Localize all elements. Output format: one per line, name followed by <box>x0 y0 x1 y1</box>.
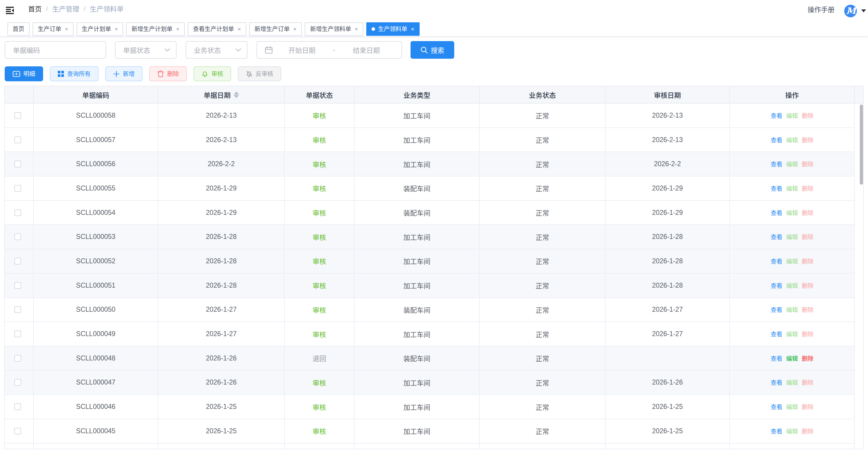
cell-doc-code: SCLL000047 <box>34 371 158 395</box>
biz-status-text: 正常 <box>536 305 549 315</box>
view-link[interactable]: 查看 <box>771 305 782 314</box>
biz-type-text: 加工车间 <box>403 135 431 145</box>
tab-close-icon[interactable]: × <box>293 26 297 32</box>
row-checkbox[interactable] <box>14 428 21 434</box>
tab-page-2[interactable]: 生产计划单× <box>76 22 123 36</box>
view-link[interactable]: 查看 <box>771 402 782 411</box>
date-start-placeholder: 开始日期 <box>273 45 331 55</box>
tab-page-5[interactable]: 新增生产订单× <box>249 22 302 36</box>
biz-status-text: 正常 <box>536 426 549 436</box>
user-menu-caret-icon[interactable] <box>861 9 866 12</box>
tab-page-4[interactable]: 查看生产计划单× <box>188 22 246 36</box>
audit-date-text: 2026-1-28 <box>652 257 683 265</box>
doc-status-select[interactable]: 单据状态 <box>115 41 177 59</box>
view-link[interactable]: 查看 <box>771 111 782 120</box>
view-link[interactable]: 查看 <box>771 136 782 144</box>
view-link[interactable]: 查看 <box>771 232 782 241</box>
row-checkbox[interactable] <box>14 233 21 240</box>
tab-close-icon[interactable]: × <box>176 26 180 32</box>
row-select-cell <box>5 176 34 201</box>
edit-link: 编辑 <box>786 232 798 241</box>
tab-page-1[interactable]: 生产订单× <box>33 22 73 36</box>
query-all-button[interactable]: 查询所有 <box>50 66 98 81</box>
biz-type-text: 加工车间 <box>403 159 431 169</box>
cell-doc-code: SCLL000058 <box>34 104 158 128</box>
table-scrollbar-thumb[interactable] <box>860 105 863 184</box>
cell-biz-type: 加工车间 <box>354 128 480 152</box>
view-link[interactable]: 查看 <box>771 281 782 290</box>
row-select-cell <box>5 249 34 274</box>
column-header-date[interactable]: 单据日期 <box>158 86 285 103</box>
doc-code-text: SCLL000051 <box>76 282 115 289</box>
date-range-picker[interactable]: 开始日期 - 结束日期 <box>256 41 402 59</box>
view-link[interactable]: 查看 <box>771 354 782 363</box>
row-checkbox[interactable] <box>14 161 21 167</box>
view-link[interactable]: 查看 <box>771 160 782 168</box>
tab-page-3[interactable]: 新增生产计划单× <box>126 22 185 36</box>
edit-link[interactable]: 编辑 <box>786 354 798 363</box>
tab-close-icon[interactable]: × <box>354 26 358 32</box>
avatar[interactable]: M <box>844 5 857 17</box>
biz-type-text: 加工车间 <box>403 377 431 388</box>
biz-type-text: 装配车间 <box>403 183 431 193</box>
row-checkbox[interactable] <box>14 379 21 386</box>
tab-close-icon[interactable]: × <box>411 26 414 32</box>
view-link[interactable]: 查看 <box>771 427 782 435</box>
view-link[interactable]: 查看 <box>771 184 782 193</box>
tab-page-6[interactable]: 新增生产领料单× <box>305 22 363 36</box>
tab-page-7[interactable]: 生产领料单× <box>366 22 420 36</box>
biz-status-select[interactable]: 业务状态 <box>186 41 248 59</box>
cell-doc-date: 2026-1-25 <box>158 395 285 419</box>
row-checkbox[interactable] <box>14 355 21 362</box>
audit-button[interactable]: 审核 <box>193 66 231 81</box>
row-checkbox[interactable] <box>14 403 21 410</box>
status-badge: 审核 <box>313 280 326 290</box>
delete-button[interactable]: 删除 <box>149 66 187 81</box>
row-checkbox[interactable] <box>14 137 21 143</box>
row-checkbox[interactable] <box>14 258 21 264</box>
view-link[interactable]: 查看 <box>771 257 782 265</box>
search-button[interactable]: 搜索 <box>410 41 454 59</box>
row-checkbox[interactable] <box>14 331 21 337</box>
cell-biz-type: 装配车间 <box>354 346 480 371</box>
sidebar-toggle-icon[interactable] <box>6 7 14 14</box>
breadcrumb-home[interactable]: 首页 <box>28 6 42 12</box>
cell-biz-status: 正常 <box>480 152 606 176</box>
tab-label: 新增生产计划单 <box>131 26 173 32</box>
row-checkbox[interactable] <box>14 209 21 216</box>
delete-link: 删除 <box>802 136 813 144</box>
tab-close-icon[interactable]: × <box>115 26 118 32</box>
edit-link: 编辑 <box>786 257 798 265</box>
add-button[interactable]: 新增 <box>105 66 143 81</box>
view-link[interactable]: 查看 <box>771 378 782 387</box>
tab-close-icon[interactable]: × <box>238 26 241 32</box>
detail-button[interactable]: 明细 <box>5 66 43 81</box>
sort-caret-icon[interactable] <box>234 92 239 98</box>
delete-link[interactable]: 删除 <box>802 354 813 363</box>
doc-date-text: 2026-2-2 <box>208 160 235 168</box>
cell-audit-date: 2026-1-27 <box>606 298 730 322</box>
unaudit-button[interactable]: 反审核 <box>238 66 281 81</box>
view-link[interactable]: 查看 <box>771 330 782 338</box>
cell-biz-status: 正常 <box>480 104 606 128</box>
biz-status-text: 正常 <box>536 159 549 169</box>
tab-close-icon[interactable]: × <box>65 26 68 32</box>
delete-link: 删除 <box>802 305 813 314</box>
manual-link[interactable]: 操作手册 <box>808 4 835 14</box>
row-checkbox[interactable] <box>14 306 21 313</box>
audit-button-label: 审核 <box>211 71 223 77</box>
cell-biz-type: 装配车间 <box>354 201 480 225</box>
doc-code-input[interactable]: 单据编码 <box>5 41 106 59</box>
calendar-icon <box>265 46 273 54</box>
doc-code-text: SCLL000047 <box>76 378 115 386</box>
row-checkbox[interactable] <box>14 185 21 192</box>
row-checkbox[interactable] <box>14 112 21 119</box>
add-button-label: 新增 <box>123 71 134 77</box>
view-link[interactable]: 查看 <box>771 208 782 217</box>
doc-date-text: 2026-1-28 <box>206 233 237 241</box>
table-row: SCLL000057 2026-2-13 审核 加工车间 正常 2026-2-1… <box>5 128 863 152</box>
row-checkbox[interactable] <box>14 282 21 289</box>
cell-doc-status: 审核 <box>285 419 354 444</box>
tab-home[interactable]: 首页 <box>7 22 30 36</box>
breadcrumb-section[interactable]: 生产管理 <box>52 6 79 12</box>
